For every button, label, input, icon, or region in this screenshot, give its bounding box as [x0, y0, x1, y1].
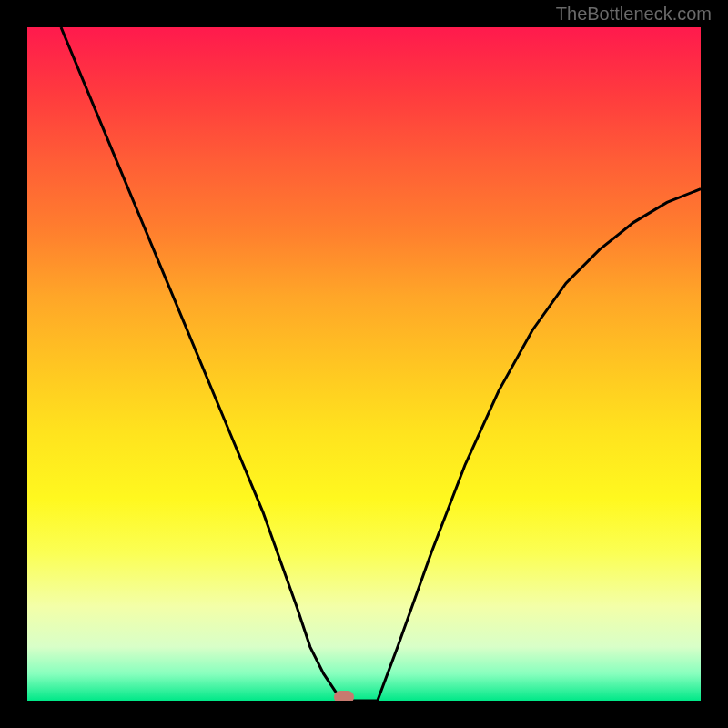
curve-path — [61, 27, 701, 701]
plot-area — [27, 27, 701, 701]
bottleneck-curve — [27, 27, 701, 701]
watermark-text: TheBottleneck.com — [556, 4, 712, 25]
optimum-marker — [334, 691, 354, 701]
